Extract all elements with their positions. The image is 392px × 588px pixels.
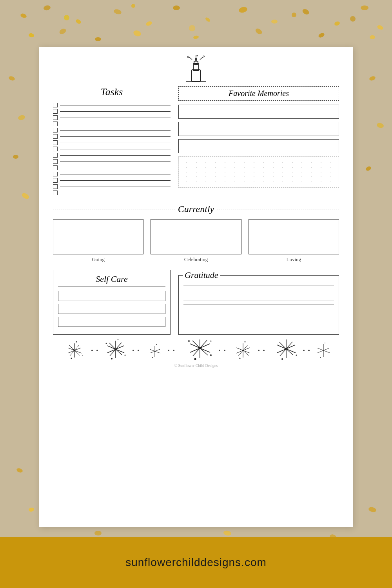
task-row	[53, 153, 171, 158]
svg-point-17	[193, 35, 199, 39]
self-care-input-1[interactable]	[58, 291, 165, 301]
task-checkbox[interactable]	[53, 140, 58, 145]
svg-point-77	[96, 350, 98, 351]
currently-celebrating-label: Celebrating	[184, 256, 208, 263]
svg-point-2	[75, 18, 82, 25]
currently-title: Currently	[178, 204, 214, 214]
corner-notch-svg	[53, 220, 143, 254]
task-checkbox[interactable]	[53, 172, 58, 176]
task-line	[60, 174, 171, 174]
currently-celebrating-box[interactable]	[151, 219, 241, 254]
svg-line-99	[150, 349, 155, 351]
task-row	[53, 165, 171, 170]
currently-loving-wrap: Loving	[249, 219, 339, 263]
currently-loving-box[interactable]	[249, 219, 339, 254]
svg-point-88	[117, 339, 119, 340]
svg-line-138	[277, 349, 286, 353]
svg-point-60	[203, 56, 205, 57]
svg-point-43	[223, 530, 232, 536]
svg-point-61	[197, 55, 198, 56]
task-line	[60, 187, 171, 187]
corner-notch-svg	[249, 220, 339, 254]
svg-point-49	[189, 25, 195, 31]
svg-line-109	[190, 344, 200, 348]
task-checkbox[interactable]	[53, 191, 58, 195]
svg-point-4	[145, 20, 153, 27]
currently-going-box[interactable]	[53, 219, 143, 254]
gratitude-line	[183, 297, 334, 297]
svg-point-8	[271, 20, 278, 24]
svg-point-7	[238, 6, 248, 13]
svg-point-131	[240, 358, 241, 359]
task-line	[60, 143, 171, 143]
svg-point-18	[254, 27, 263, 35]
svg-line-56	[189, 57, 192, 60]
svg-point-115	[194, 358, 196, 360]
svg-point-19	[318, 32, 325, 38]
svg-rect-52	[192, 70, 200, 82]
svg-point-26	[376, 122, 384, 129]
svg-point-21	[8, 76, 15, 82]
currently-loving-label: Loving	[287, 256, 301, 263]
svg-point-117	[188, 340, 190, 342]
svg-line-143	[279, 342, 286, 349]
task-checkbox[interactable]	[53, 153, 58, 158]
self-care-input-3[interactable]	[58, 317, 165, 327]
svg-line-154	[318, 348, 323, 350]
task-line	[60, 118, 171, 118]
svg-point-133	[263, 350, 265, 351]
svg-point-12	[377, 24, 384, 31]
svg-point-147	[303, 350, 305, 351]
task-checkbox[interactable]	[53, 147, 58, 151]
svg-point-14	[58, 27, 67, 35]
gratitude-line	[183, 301, 334, 301]
task-checkbox[interactable]	[53, 103, 58, 107]
champagne-svg	[178, 55, 214, 84]
task-checkbox[interactable]	[53, 134, 58, 139]
svg-point-90	[125, 355, 126, 356]
bottom-row: Self Care Gratitude	[53, 270, 339, 335]
svg-point-47	[64, 15, 69, 20]
task-row	[53, 172, 171, 176]
task-checkbox[interactable]	[53, 159, 58, 164]
svg-line-126	[236, 348, 243, 350]
memory-box-1[interactable]	[178, 105, 339, 119]
tasks-title: Tasks	[53, 86, 171, 98]
task-checkbox[interactable]	[53, 115, 58, 120]
fireworks-svg	[55, 339, 337, 361]
tasks-column: Tasks	[53, 86, 171, 197]
task-line	[60, 111, 171, 112]
memory-box-2[interactable]	[178, 122, 339, 136]
svg-point-22	[18, 114, 25, 121]
svg-point-118	[211, 341, 212, 342]
task-checkbox[interactable]	[53, 122, 58, 126]
task-checkbox[interactable]	[53, 128, 58, 132]
task-checkbox[interactable]	[53, 109, 58, 114]
svg-point-75	[82, 355, 83, 356]
gratitude-line	[183, 305, 334, 305]
svg-line-105	[200, 344, 210, 348]
self-care-input-2[interactable]	[58, 304, 165, 314]
svg-point-92	[132, 350, 134, 351]
task-row	[53, 134, 171, 139]
memory-box-3[interactable]	[178, 139, 339, 153]
task-checkbox[interactable]	[53, 165, 58, 170]
memory-dotted-box[interactable]	[178, 156, 339, 188]
task-checkbox[interactable]	[53, 178, 58, 183]
task-row	[53, 159, 171, 164]
svg-point-130	[245, 341, 246, 343]
svg-point-145	[281, 358, 283, 360]
task-line	[60, 162, 171, 162]
currently-going-label: Going	[92, 256, 105, 263]
svg-point-120	[224, 350, 225, 351]
svg-rect-55	[195, 58, 197, 61]
svg-point-0	[20, 13, 27, 19]
memories-title-box: Favorite Memories	[178, 86, 339, 101]
svg-line-82	[107, 349, 116, 353]
svg-point-20	[370, 35, 375, 39]
svg-line-95	[155, 349, 160, 351]
task-checkbox[interactable]	[53, 184, 58, 189]
svg-point-6	[205, 16, 211, 22]
svg-line-83	[107, 346, 116, 349]
svg-point-9	[301, 8, 310, 15]
